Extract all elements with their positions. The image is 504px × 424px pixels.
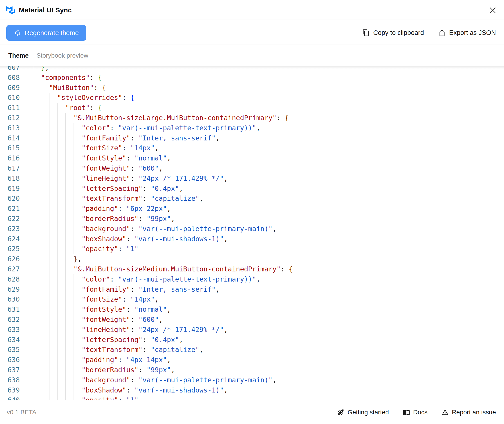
line-number: 631	[0, 305, 20, 315]
copy-to-clipboard-label: Copy to clipboard	[373, 29, 424, 37]
code-line: 614"fontFamily": "Inter, sans-serif",	[0, 133, 504, 143]
line-number: 624	[0, 234, 20, 244]
code-line: 623"background": "var(--mui-palette-prim…	[0, 224, 504, 234]
code-text: "fontStyle": "normal",	[33, 153, 171, 163]
line-number: 608	[0, 73, 20, 83]
line-number: 632	[0, 315, 20, 325]
code-line: 635"textTransform": "capitalize",	[0, 345, 504, 355]
code-line: 617"fontWeight": "600",	[0, 163, 504, 174]
getting-started-link[interactable]: Getting started	[337, 409, 389, 416]
tab-storybook-preview[interactable]: Storybook preview	[37, 52, 88, 59]
code-line: 610"styleOverrides": {	[0, 93, 504, 103]
line-number: 633	[0, 325, 20, 335]
code-line: 611"root": {	[0, 103, 504, 113]
code-text: "color": "var(--mui-palette-text-primary…	[33, 123, 260, 133]
line-number: 621	[0, 204, 20, 214]
line-number: 609	[0, 83, 20, 93]
code-text: },	[33, 66, 49, 73]
docs-link[interactable]: Docs	[403, 409, 428, 416]
page-title: Material UI Sync	[19, 0, 72, 20]
code-lines-container: 607},608"components": {609"MuiButton": {…	[0, 66, 504, 400]
copy-to-clipboard-button[interactable]: Copy to clipboard	[362, 29, 424, 37]
code-line: 631"fontStyle": "normal",	[0, 305, 504, 315]
export-icon	[438, 29, 446, 37]
code-text: "fontFamily": "Inter, sans-serif",	[33, 284, 220, 295]
code-line: 625"opacity": "1"	[0, 244, 504, 254]
toolbar-actions: Copy to clipboard Export as JSON	[362, 20, 496, 45]
code-text: "padding": "4px 14px",	[33, 355, 171, 365]
code-line: 629"fontFamily": "Inter, sans-serif",	[0, 284, 504, 295]
code-text: "padding": "6px 22px",	[33, 204, 171, 214]
code-text: },	[33, 254, 82, 264]
title-bar: Material UI Sync	[0, 0, 504, 20]
code-line: 608"components": {	[0, 73, 504, 83]
code-line: 630"fontSize": "14px",	[0, 294, 504, 305]
code-line: 626},	[0, 254, 504, 264]
code-text: "boxShadow": "var(--mui-shadows-1)",	[33, 234, 228, 244]
line-number: 616	[0, 153, 20, 163]
code-line: 639"boxShadow": "var(--mui-shadows-1)",	[0, 385, 504, 395]
code-line: 632"fontWeight": "600",	[0, 315, 504, 325]
code-text: "styleOverrides": {	[33, 93, 135, 103]
code-line: 613"color": "var(--mui-palette-text-prim…	[0, 123, 504, 133]
line-number: 638	[0, 375, 20, 385]
code-line: 633"lineHeight": "24px /* 171.429% */",	[0, 325, 504, 335]
line-number: 620	[0, 193, 20, 204]
line-number: 618	[0, 174, 20, 184]
line-number: 640	[0, 395, 20, 400]
docs-label: Docs	[413, 409, 428, 416]
code-text: "lineHeight": "24px /* 171.429% */",	[33, 174, 228, 184]
line-number: 611	[0, 103, 20, 113]
code-text: "letterSpacing": "0.4px",	[33, 335, 183, 345]
code-text: "fontWeight": "600",	[33, 163, 163, 174]
export-as-json-button[interactable]: Export as JSON	[438, 29, 496, 37]
report-an-issue-link[interactable]: Report an issue	[442, 409, 496, 416]
book-icon	[403, 409, 410, 416]
warning-icon	[442, 409, 449, 416]
code-line: 621"padding": "6px 22px",	[0, 204, 504, 214]
code-line: 628"color": "var(--mui-palette-text-prim…	[0, 274, 504, 284]
close-button[interactable]	[488, 6, 497, 15]
tab-bar: Theme Storybook preview	[0, 45, 504, 66]
line-number: 635	[0, 345, 20, 355]
version-badge: v0.1 BETA	[7, 409, 37, 416]
line-number: 637	[0, 365, 20, 375]
code-text: "borderRadius": "99px",	[33, 365, 175, 375]
code-line: 640"opacity": "1"	[0, 395, 504, 400]
code-line: 616"fontStyle": "normal",	[0, 153, 504, 163]
code-text: "letterSpacing": "0.4px",	[33, 184, 183, 194]
regenerate-theme-label: Regenerate theme	[25, 29, 79, 37]
copy-icon	[362, 29, 370, 37]
line-number: 630	[0, 294, 20, 305]
code-text: "fontWeight": "600",	[33, 315, 163, 325]
code-text: "&.MuiButton-sizeLarge.MuiButton-contain…	[33, 113, 289, 123]
code-text: "textTransform": "capitalize",	[33, 193, 203, 204]
code-text: "fontSize": "14px",	[33, 294, 159, 305]
regenerate-theme-button[interactable]: Regenerate theme	[6, 25, 86, 41]
line-number: 628	[0, 274, 20, 284]
code-line: 607},	[0, 66, 504, 73]
code-text: "opacity": "1"	[33, 395, 139, 400]
code-line: 634"letterSpacing": "0.4px",	[0, 335, 504, 345]
line-number: 613	[0, 123, 20, 133]
sync-icon	[14, 29, 21, 37]
code-line: 622"borderRadius": "99px",	[0, 214, 504, 224]
code-line: 609"MuiButton": {	[0, 83, 504, 93]
code-text: "fontSize": "14px",	[33, 143, 159, 153]
line-number: 626	[0, 254, 20, 264]
toolbar: Regenerate theme Copy to clipboard Expor…	[0, 20, 504, 45]
line-number: 629	[0, 284, 20, 295]
code-text: "fontFamily": "Inter, sans-serif",	[33, 133, 220, 143]
report-an-issue-label: Report an issue	[452, 409, 496, 416]
tab-theme[interactable]: Theme	[8, 52, 29, 59]
line-number: 627	[0, 264, 20, 274]
line-number: 617	[0, 163, 20, 174]
footer-links: Getting started Docs Report an issue	[337, 409, 496, 416]
line-number: 615	[0, 143, 20, 153]
code-line: 627"&.MuiButton-sizeMedium.MuiButton-con…	[0, 264, 504, 274]
theme-code-editor[interactable]: 607},608"components": {609"MuiButton": {…	[0, 66, 504, 400]
code-line: 638"background": "var(--mui-palette-prim…	[0, 375, 504, 385]
line-number: 625	[0, 244, 20, 254]
code-text: "lineHeight": "24px /* 171.429% */",	[33, 325, 228, 335]
line-number: 619	[0, 184, 20, 194]
